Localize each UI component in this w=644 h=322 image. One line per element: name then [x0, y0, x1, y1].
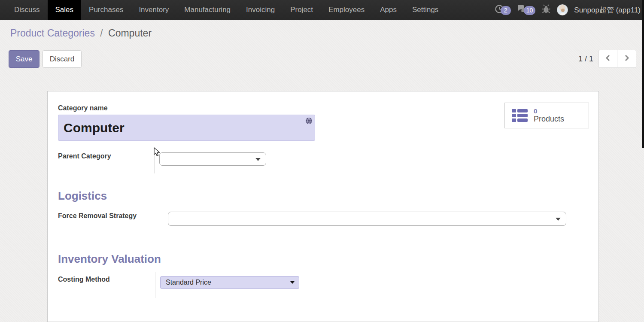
discard-button[interactable]: Discard: [43, 50, 82, 68]
costing-method-select[interactable]: Standard Price: [160, 276, 299, 289]
nav-item-sales[interactable]: Sales: [48, 0, 82, 20]
logistics-section-title: Logistics: [58, 189, 107, 203]
pager-value: 1 / 1: [578, 55, 593, 64]
force-removal-strategy-select[interactable]: [168, 212, 566, 226]
label-separator: [155, 272, 155, 298]
nav-item-discuss[interactable]: Discuss: [6, 0, 48, 20]
nav-item-apps[interactable]: Apps: [372, 0, 404, 20]
activity-menu[interactable]: 2: [495, 4, 511, 16]
force-removal-strategy-label: Force Removal Strategy: [58, 212, 137, 220]
nav-item-inventory[interactable]: Inventory: [131, 0, 176, 20]
products-label: Products: [534, 115, 564, 124]
costing-method-label: Costing Method: [58, 276, 110, 283]
globe-icon[interactable]: [305, 117, 313, 126]
products-count: 0: [534, 107, 564, 115]
control-panel-divider: [0, 74, 644, 74]
save-button[interactable]: Save: [9, 50, 39, 68]
caret-down-icon: [556, 218, 561, 221]
label-separator: [163, 208, 163, 233]
pager: 1 / 1: [578, 50, 636, 68]
pager-next-button[interactable]: [617, 50, 636, 68]
chevron-right-icon: [624, 55, 630, 63]
nav-item-project[interactable]: Project: [283, 0, 321, 20]
systray: 2 10: [495, 0, 641, 20]
costing-method-value: Standard Price: [166, 279, 211, 286]
nav-item-employees[interactable]: Employees: [321, 0, 372, 20]
caret-down-icon: [255, 158, 261, 161]
nav-item-settings[interactable]: Settings: [404, 0, 446, 20]
category-name-input[interactable]: Computer: [58, 115, 315, 141]
parent-category-label: Parent Category: [58, 152, 111, 160]
breadcrumb: Product Categories / Computer: [10, 27, 152, 39]
breadcrumb-current: Computer: [108, 27, 152, 39]
mouse-cursor: [153, 147, 161, 158]
breadcrumb-separator: /: [97, 27, 105, 39]
pager-previous-button[interactable]: [598, 50, 617, 68]
nav-item-purchases[interactable]: Purchases: [81, 0, 131, 20]
messages-menu[interactable]: 10: [517, 4, 536, 16]
avatar: [557, 4, 568, 15]
nav-item-invoicing[interactable]: Invoicing: [238, 0, 283, 20]
top-navbar: Discuss Sales Purchases Inventory Manufa…: [0, 0, 644, 20]
chevron-left-icon: [605, 55, 611, 63]
bug-icon: [541, 4, 551, 16]
breadcrumb-parent-link[interactable]: Product Categories: [10, 27, 95, 39]
user-name[interactable]: Sunpop超管 (app11): [574, 5, 641, 15]
caret-down-icon: [290, 281, 295, 284]
activity-badge: 2: [501, 6, 511, 15]
category-name-label: Category name: [58, 104, 108, 112]
odoo-app-window: Discuss Sales Purchases Inventory Manufa…: [0, 0, 644, 322]
main-menu: Discuss Sales Purchases Inventory Manufa…: [0, 0, 446, 20]
inventory-valuation-section-title: Inventory Valuation: [58, 252, 161, 266]
parent-category-select[interactable]: [159, 152, 266, 166]
debug-menu[interactable]: [541, 4, 551, 16]
nav-item-manufacturing[interactable]: Manufacturing: [176, 0, 238, 20]
user-menu[interactable]: [557, 4, 568, 15]
form-sheet: Category name Computer Parent Category L…: [47, 91, 599, 322]
list-icon: [512, 109, 528, 122]
message-badge: 10: [524, 6, 536, 15]
products-stat-button[interactable]: 0 Products: [504, 103, 589, 128]
